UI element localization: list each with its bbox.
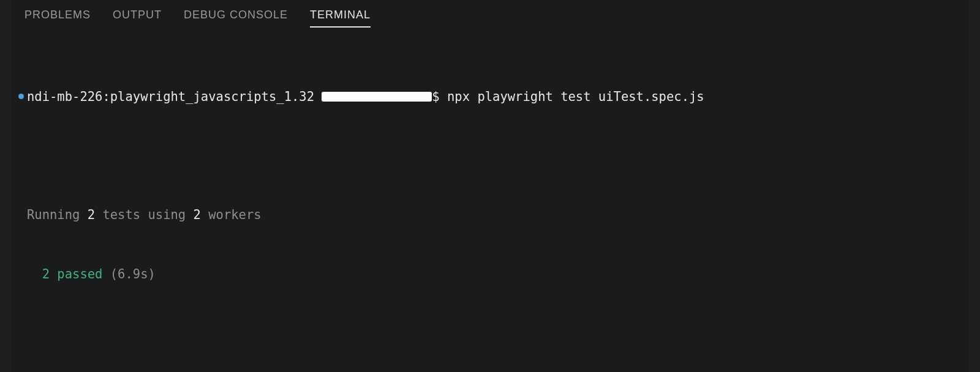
terminal-view[interactable]: ndi-mb-226:playwright_javascripts_1.32 $… xyxy=(11,34,969,372)
running-prefix: Running xyxy=(27,207,88,222)
panel-tabbar: PROBLEMS OUTPUT DEBUG CONSOLE TERMINAL xyxy=(11,0,969,34)
terminal-line-blank xyxy=(15,326,965,341)
panel-inner: PROBLEMS OUTPUT DEBUG CONSOLE TERMINAL n… xyxy=(11,0,969,372)
terminal-line-blank xyxy=(15,148,965,163)
command-text: npx playwright test uiTest.spec.js xyxy=(440,89,704,104)
passed-indent xyxy=(27,267,42,281)
tab-output[interactable]: OUTPUT xyxy=(113,9,162,28)
running-workers-count: 2 xyxy=(194,207,201,222)
terminal-line-running: Running 2 tests using 2 workers xyxy=(15,207,965,222)
redacted-username xyxy=(322,92,432,102)
passed-word: passed xyxy=(50,267,102,281)
prompt-host-path: ndi-mb-226:playwright_javascripts_1.32 xyxy=(27,89,322,104)
success-dot-icon xyxy=(15,94,27,99)
running-suffix: workers xyxy=(201,207,262,222)
passed-count: 2 xyxy=(42,267,50,281)
running-mid: tests using xyxy=(95,207,193,222)
running-tests-count: 2 xyxy=(88,207,95,222)
tab-problems[interactable]: PROBLEMS xyxy=(24,9,91,28)
passed-time: (6.9s) xyxy=(102,267,155,281)
bottom-panel: PROBLEMS OUTPUT DEBUG CONSOLE TERMINAL n… xyxy=(0,0,980,372)
terminal-line-command: ndi-mb-226:playwright_javascripts_1.32 $… xyxy=(15,89,965,104)
prompt-dollar: $ xyxy=(432,89,439,104)
tab-terminal[interactable]: TERMINAL xyxy=(310,9,371,28)
terminal-line-passed: 2 passed (6.9s) xyxy=(15,267,965,281)
tab-debug-console[interactable]: DEBUG CONSOLE xyxy=(184,9,288,28)
